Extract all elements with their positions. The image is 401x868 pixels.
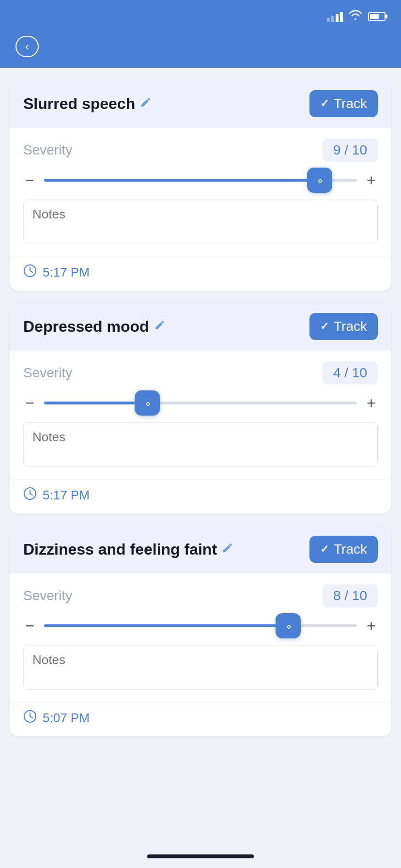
back-button[interactable]: ‹ xyxy=(15,36,39,57)
slider-plus-button[interactable]: + xyxy=(365,171,378,189)
severity-row: Severity 9 / 10 xyxy=(23,139,378,162)
slider-minus-button[interactable]: − xyxy=(23,394,36,412)
clock-icon xyxy=(23,264,37,281)
symptom-name: Depressed mood xyxy=(23,318,149,336)
track-button-dizziness[interactable]: ✓ Track xyxy=(309,536,378,563)
timestamp: 5:17 PM xyxy=(43,265,90,280)
slider-minus-button[interactable]: − xyxy=(23,617,36,635)
card-body-depressed-mood: Severity 4 / 10 − ‹› + xyxy=(10,351,391,480)
notes-input[interactable] xyxy=(23,645,378,690)
edit-icon[interactable] xyxy=(222,542,233,557)
signal-icon xyxy=(327,11,343,22)
track-check-icon: ✓ xyxy=(320,97,329,110)
clock-icon xyxy=(23,710,37,727)
severity-label: Severity xyxy=(23,365,72,381)
card-footer-dizziness: 5:07 PM xyxy=(10,702,391,736)
symptom-card-depressed-mood: Depressed mood ✓ Track Severity 4 / 10 − xyxy=(10,302,391,513)
slider-thumb[interactable]: ‹› xyxy=(135,390,160,416)
timestamp: 5:17 PM xyxy=(43,488,90,503)
track-label: Track xyxy=(334,319,367,334)
home-indicator xyxy=(0,847,401,868)
edit-icon[interactable] xyxy=(140,96,152,111)
symptom-name: Dizziness and feeling faint xyxy=(23,541,217,558)
slider-plus-button[interactable]: + xyxy=(365,617,378,635)
symptom-name: Slurred speech xyxy=(23,95,135,113)
slider-row: − ‹› + xyxy=(23,393,378,413)
symptom-card-slurred-speech: Slurred speech ✓ Track Severity 9 / 10 − xyxy=(10,79,391,291)
app-header: ‹ xyxy=(0,29,401,68)
severity-value: 8 / 10 xyxy=(323,584,378,607)
thumb-arrows-icon: ‹› xyxy=(286,620,290,632)
slider-thumb[interactable]: ‹› xyxy=(276,613,301,638)
slider-row: − ‹› + xyxy=(23,170,378,190)
slider-track[interactable]: ‹› xyxy=(44,170,357,190)
battery-icon xyxy=(368,12,386,21)
slider-row: − ‹› + xyxy=(23,616,378,636)
severity-row: Severity 4 / 10 xyxy=(23,361,378,385)
slider-plus-button[interactable]: + xyxy=(365,394,378,412)
notes-input[interactable] xyxy=(23,422,378,467)
slider-fill xyxy=(44,624,288,627)
slider-track[interactable]: ‹› xyxy=(44,393,357,413)
symptom-name-row: Dizziness and feeling faint xyxy=(23,541,233,558)
symptom-card-dizziness: Dizziness and feeling faint ✓ Track Seve… xyxy=(10,525,391,736)
slider-fill xyxy=(44,179,320,182)
track-label: Track xyxy=(334,542,367,557)
edit-icon[interactable] xyxy=(154,319,166,334)
thumb-arrows-icon: ‹› xyxy=(318,175,321,186)
card-header-dizziness: Dizziness and feeling faint ✓ Track xyxy=(10,525,391,574)
severity-value: 9 / 10 xyxy=(323,139,378,162)
main-content: Slurred speech ✓ Track Severity 9 / 10 − xyxy=(0,68,401,756)
slider-thumb[interactable]: ‹› xyxy=(307,168,332,193)
track-button-depressed-mood[interactable]: ✓ Track xyxy=(309,313,378,340)
card-body-slurred-speech: Severity 9 / 10 − ‹› + xyxy=(10,128,391,257)
card-footer-depressed-mood: 5:17 PM xyxy=(10,480,391,513)
severity-label: Severity xyxy=(23,142,72,158)
wifi-icon xyxy=(349,10,362,23)
slider-fill xyxy=(44,402,147,404)
thumb-arrows-icon: ‹› xyxy=(145,398,149,409)
clock-icon xyxy=(23,487,37,504)
card-body-dizziness: Severity 8 / 10 − ‹› + xyxy=(10,574,391,702)
slider-track[interactable]: ‹› xyxy=(44,616,357,636)
status-bar xyxy=(0,0,401,29)
severity-label: Severity xyxy=(23,588,72,604)
timestamp: 5:07 PM xyxy=(43,711,90,726)
chevron-left-icon: ‹ xyxy=(25,41,29,52)
track-check-icon: ✓ xyxy=(320,543,329,556)
track-button-slurred-speech[interactable]: ✓ Track xyxy=(309,90,378,117)
home-bar xyxy=(147,854,254,858)
notes-input[interactable] xyxy=(23,200,378,244)
slider-minus-button[interactable]: − xyxy=(23,171,36,189)
card-footer-slurred-speech: 5:17 PM xyxy=(10,257,391,291)
track-label: Track xyxy=(334,96,367,111)
severity-row: Severity 8 / 10 xyxy=(23,584,378,607)
symptom-name-row: Depressed mood xyxy=(23,318,166,336)
status-icons xyxy=(327,10,386,23)
severity-value: 4 / 10 xyxy=(323,361,378,385)
card-header-slurred-speech: Slurred speech ✓ Track xyxy=(10,79,391,128)
track-check-icon: ✓ xyxy=(320,320,329,333)
symptom-name-row: Slurred speech xyxy=(23,95,152,113)
card-header-depressed-mood: Depressed mood ✓ Track xyxy=(10,302,391,351)
